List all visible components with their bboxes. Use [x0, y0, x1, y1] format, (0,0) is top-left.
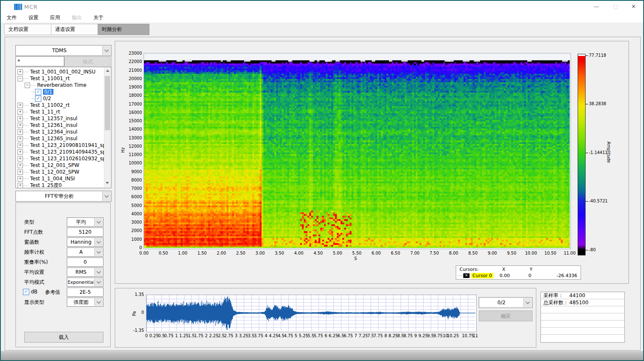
- tab-time-frequency-analysis[interactable]: 时频分析: [98, 24, 149, 35]
- tree-expand-toggle-icon[interactable]: −: [18, 76, 23, 81]
- format-button[interactable]: 格式: [64, 56, 111, 67]
- tree-item[interactable]: ✓0/2: [16, 95, 104, 102]
- tree-item[interactable]: +Test 1_1_004_INSI: [16, 175, 104, 182]
- tree-item-checkbox[interactable]: ✓: [35, 96, 41, 102]
- tree-expand-toggle-icon[interactable]: −: [25, 83, 30, 88]
- tree-expand-toggle-icon[interactable]: +: [18, 123, 23, 128]
- chevron-down-icon[interactable]: [102, 192, 111, 201]
- tree-expand-toggle-icon[interactable]: +: [18, 169, 23, 175]
- tree-expand-toggle-icon[interactable]: +: [18, 163, 23, 168]
- scrollbar-up-icon[interactable]: [106, 70, 109, 72]
- tree-item-label[interactable]: Test 1_12364_insul: [30, 129, 77, 135]
- tree-expand-toggle-icon[interactable]: +: [18, 143, 23, 148]
- tree-expand-toggle-icon[interactable]: +: [18, 116, 23, 121]
- combo-window-function[interactable]: Hanning: [67, 237, 104, 247]
- tree-item[interactable]: +Test 1_123_211026102932_spw: [16, 155, 104, 162]
- reference-value-input[interactable]: [67, 288, 104, 297]
- tree-item[interactable]: ✓0/1: [16, 88, 104, 95]
- chevron-down-icon[interactable]: [94, 218, 103, 226]
- spectrogram-canvas[interactable]: [144, 53, 570, 248]
- tree-expand-toggle-icon[interactable]: +: [18, 103, 23, 108]
- tree-expand-toggle-icon[interactable]: +: [18, 136, 23, 141]
- tree-item-label[interactable]: Test 1_25度0: [30, 182, 62, 189]
- tree-expand-toggle-icon[interactable]: +: [18, 183, 23, 188]
- tree-scrollbar[interactable]: [104, 68, 111, 187]
- tree-expand-toggle-icon[interactable]: +: [18, 149, 23, 155]
- tree-item-label[interactable]: 0/1: [43, 89, 53, 95]
- channel-combo[interactable]: 0/2: [479, 297, 533, 308]
- close-button[interactable]: ✕: [625, 1, 642, 13]
- tree-item-label[interactable]: Test 1_1_004_INSI: [30, 176, 75, 182]
- tree-item[interactable]: +Test 1_25度0: [16, 182, 104, 188]
- tree-expand-toggle-icon[interactable]: +: [18, 69, 23, 75]
- menu-item-about[interactable]: 关于: [88, 13, 109, 23]
- tree-expand-toggle-icon[interactable]: +: [18, 129, 23, 135]
- chevron-down-icon[interactable]: [94, 238, 103, 246]
- confirm-button[interactable]: 确定: [479, 311, 533, 321]
- tree-item[interactable]: −Reverberation Time: [16, 82, 104, 88]
- tree-item-label[interactable]: Test 1_001_001_002_INSU: [30, 69, 96, 75]
- chevron-down-icon[interactable]: [94, 278, 103, 286]
- chevron-down-icon[interactable]: [94, 268, 103, 276]
- combo-average-setting[interactable]: RMS: [67, 268, 104, 277]
- tree-item-label[interactable]: Test 1_123_210908101941_spw: [30, 142, 110, 148]
- tree-item[interactable]: +Test 1_12_002_SPW: [16, 169, 104, 175]
- tree-item-label[interactable]: Test 1_11001_rt: [30, 76, 70, 81]
- load-button[interactable]: 载入: [24, 332, 104, 343]
- cursor-icon[interactable]: ✕: [463, 273, 470, 278]
- tree-item-label[interactable]: Test 1_12365_insul: [30, 136, 77, 141]
- tab-channel-settings[interactable]: 通道设置: [51, 24, 102, 35]
- tree-item-label[interactable]: Test 1_12_001_SPW: [30, 162, 79, 168]
- menu-item-application[interactable]: 应用: [44, 13, 66, 23]
- chevron-down-icon[interactable]: [523, 298, 532, 307]
- minimize-button[interactable]: —: [587, 1, 606, 13]
- tree-item[interactable]: +Test 1_11002_rt: [16, 102, 104, 109]
- tree-item-label[interactable]: Test 1_11_rt: [30, 109, 60, 115]
- tree-item-label[interactable]: 0/2: [43, 96, 51, 101]
- tree-expand-toggle-icon[interactable]: +: [18, 156, 23, 162]
- waveform-canvas[interactable]: [146, 295, 475, 331]
- tree-item[interactable]: +Test 1_12_001_SPW: [16, 162, 104, 169]
- tree-item-label[interactable]: Test 1_12361_insul: [30, 122, 77, 128]
- tree-item[interactable]: −Test 1_11001_rt: [16, 75, 104, 82]
- input-fft-points[interactable]: [67, 227, 104, 237]
- chevron-down-icon[interactable]: [94, 248, 103, 256]
- tree-item-checkbox[interactable]: ✓: [35, 89, 41, 95]
- combo-frequency-weighting[interactable]: A: [67, 247, 104, 257]
- tree-expand-toggle-icon[interactable]: +: [18, 176, 23, 182]
- cursor-name[interactable]: Cursor 0: [471, 273, 493, 278]
- tree-item[interactable]: +Test 1_12361_insul: [16, 122, 104, 129]
- scrollbar-down-icon[interactable]: [106, 182, 109, 184]
- tree-item-label[interactable]: Reverberation Time: [37, 82, 86, 88]
- combo-type[interactable]: 平均: [67, 217, 104, 227]
- tree-item[interactable]: +Test 1_123_210908101941_spw: [16, 142, 104, 149]
- tab-document-settings[interactable]: 文档设置: [4, 24, 55, 35]
- maximize-button[interactable]: □: [606, 1, 625, 13]
- combo-display-type[interactable]: 强度图: [67, 298, 104, 307]
- search-input[interactable]: [15, 56, 64, 66]
- input-overlap-percent[interactable]: [67, 257, 104, 267]
- chevron-down-icon[interactable]: [94, 298, 103, 306]
- scrollbar-thumb[interactable]: [105, 76, 110, 130]
- tree-expand-toggle-icon[interactable]: +: [18, 109, 23, 115]
- tree-item-label[interactable]: Test 1_12357_insul: [30, 116, 77, 121]
- tree-item[interactable]: +Test 1_12364_insul: [16, 129, 104, 135]
- menu-item-output[interactable]: 输出: [66, 13, 88, 23]
- file-format-combo[interactable]: TDMS: [15, 45, 111, 56]
- analysis-type-combo[interactable]: FFT窄带分析: [15, 191, 111, 202]
- combo-average-mode[interactable]: Exponential: [67, 278, 104, 287]
- menu-item-settings[interactable]: 设置: [23, 13, 44, 23]
- tree-item-label[interactable]: Test 1_12_002_SPW: [30, 169, 79, 175]
- tree-item[interactable]: +Test 1_12365_insul: [16, 135, 104, 142]
- tree-item[interactable]: +Test 1_12357_insul: [16, 115, 104, 122]
- chevron-down-icon[interactable]: [102, 46, 111, 55]
- tree-item-label[interactable]: Test 1_123_211026102932_spw: [30, 156, 110, 162]
- tree-item[interactable]: +Test 1_11_rt: [16, 109, 104, 115]
- db-checkbox[interactable]: ✓: [23, 289, 29, 295]
- tree-item-label[interactable]: Test 1_123_210914094435_spw: [30, 149, 110, 155]
- menu-item-file[interactable]: 文件: [1, 13, 23, 23]
- tree-item-label[interactable]: Test 1_11002_rt: [30, 102, 70, 108]
- spec-x-tick-label: 11.00: [561, 251, 578, 255]
- tree-item[interactable]: +Test 1_123_210914094435_spw: [16, 149, 104, 155]
- tree-item[interactable]: +Test 1_001_001_002_INSU: [16, 68, 104, 75]
